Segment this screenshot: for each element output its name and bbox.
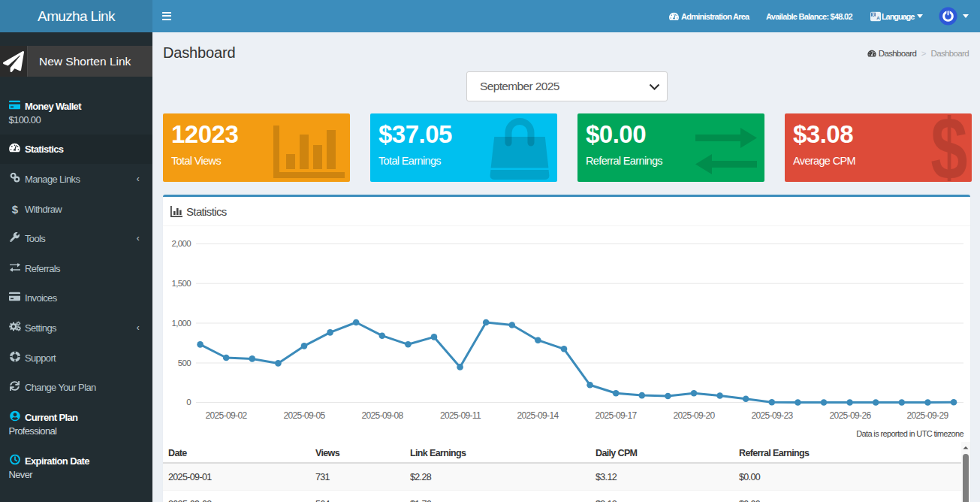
svg-text:1,500: 1,500 xyxy=(171,279,191,288)
svg-text:500: 500 xyxy=(178,358,191,367)
svg-text:2025-09-26: 2025-09-26 xyxy=(830,410,872,421)
svg-text:2025-09-23: 2025-09-23 xyxy=(752,410,794,421)
svg-text:2025-09-20: 2025-09-20 xyxy=(674,410,716,421)
svg-text:2025-09-05: 2025-09-05 xyxy=(284,410,326,421)
svg-text:2025-09-17: 2025-09-17 xyxy=(596,410,638,421)
svg-text:2025-09-11: 2025-09-11 xyxy=(440,410,481,421)
svg-text:2025-09-02: 2025-09-02 xyxy=(206,410,248,421)
svg-text:$: $ xyxy=(930,115,967,181)
svg-text:1,000: 1,000 xyxy=(171,319,191,328)
svg-text:0: 0 xyxy=(186,398,191,407)
svg-text:2025-09-29: 2025-09-29 xyxy=(907,410,949,421)
svg-text:文: 文 xyxy=(871,12,876,17)
svg-text:2025-09-08: 2025-09-08 xyxy=(362,410,404,421)
svg-text:2025-09-14: 2025-09-14 xyxy=(517,410,559,421)
svg-text:2,000: 2,000 xyxy=(171,239,191,248)
